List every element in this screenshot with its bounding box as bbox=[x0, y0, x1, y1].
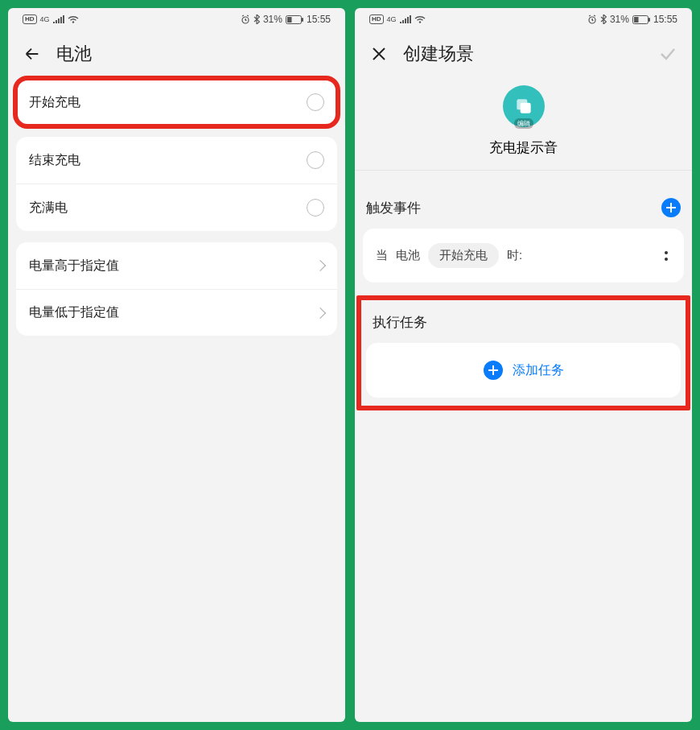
trigger-prefix: 当 bbox=[376, 248, 388, 263]
svg-rect-8 bbox=[634, 17, 639, 23]
svg-point-5 bbox=[418, 21, 420, 23]
net-icon: 4G bbox=[387, 15, 397, 23]
nav-row[interactable]: 电量低于指定值 bbox=[16, 289, 337, 336]
clock-time: 15:55 bbox=[653, 14, 677, 25]
signal-icon bbox=[53, 15, 64, 23]
svg-rect-11 bbox=[520, 103, 530, 113]
trigger-suffix: 时: bbox=[507, 248, 522, 263]
option-row[interactable]: 充满电 bbox=[16, 184, 337, 231]
confirm-icon[interactable] bbox=[658, 44, 677, 64]
nav-label: 电量低于指定值 bbox=[29, 304, 316, 321]
option-label: 结束充电 bbox=[29, 152, 307, 169]
battery-pct: 31% bbox=[610, 14, 629, 25]
radio-icon[interactable] bbox=[307, 93, 324, 111]
phone-left: HD 4G 31% 15:55 电池 开始充电 结束充电 bbox=[8, 8, 345, 722]
task-section-header: 执行任务 bbox=[361, 300, 686, 343]
scene-name[interactable]: 充电提示音 bbox=[355, 138, 692, 157]
trigger-row[interactable]: 当 电池 开始充电 时: bbox=[363, 229, 684, 283]
page-title: 创建场景 bbox=[403, 42, 474, 66]
nav-row[interactable]: 电量高于指定值 bbox=[16, 242, 337, 289]
radio-icon[interactable] bbox=[307, 151, 324, 169]
plus-icon bbox=[665, 202, 677, 213]
plus-icon bbox=[484, 361, 503, 380]
divider bbox=[355, 170, 692, 171]
alarm-icon bbox=[241, 14, 250, 24]
page-title: 电池 bbox=[56, 42, 92, 66]
edit-badge[interactable]: 编辑 bbox=[514, 118, 533, 129]
chevron-right-icon bbox=[315, 307, 326, 318]
phone-right: HD 4G 31% 15:55 创建场景 编辑 充电提示音 触发 bbox=[355, 8, 692, 722]
radio-icon[interactable] bbox=[307, 199, 324, 217]
svg-point-0 bbox=[72, 21, 73, 23]
close-icon[interactable] bbox=[369, 44, 389, 64]
battery-pct: 31% bbox=[263, 14, 282, 25]
signal-icon bbox=[400, 15, 411, 23]
task-section-highlight: 执行任务 添加任务 bbox=[356, 295, 690, 410]
wifi-icon bbox=[68, 15, 79, 23]
net-icon: 4G bbox=[40, 15, 50, 23]
hd-icon: HD bbox=[23, 14, 37, 24]
header-right: 创建场景 bbox=[355, 31, 692, 79]
svg-rect-3 bbox=[287, 17, 292, 23]
trigger-section-header: 触发事件 bbox=[355, 180, 692, 229]
more-icon[interactable] bbox=[665, 251, 671, 261]
svg-rect-4 bbox=[302, 18, 303, 22]
option-label: 开始充电 bbox=[29, 94, 307, 111]
add-task-label: 添加任务 bbox=[513, 362, 564, 379]
option-row[interactable]: 结束充电 bbox=[16, 137, 337, 184]
bluetooth-icon bbox=[600, 14, 607, 24]
clock-time: 15:55 bbox=[307, 14, 331, 25]
scene-avatar[interactable]: 编辑 bbox=[503, 85, 545, 127]
status-bar: HD 4G 31% 15:55 bbox=[8, 8, 345, 31]
chevron-right-icon bbox=[315, 260, 326, 271]
bluetooth-icon bbox=[253, 14, 260, 24]
trigger-subject: 电池 bbox=[396, 248, 420, 263]
header-left: 电池 bbox=[8, 31, 345, 79]
battery-icon bbox=[286, 15, 303, 24]
add-trigger-button[interactable] bbox=[661, 198, 681, 217]
back-icon[interactable] bbox=[23, 44, 42, 64]
add-task-button[interactable]: 添加任务 bbox=[366, 343, 681, 398]
copy-icon bbox=[513, 96, 534, 117]
option-label: 充满电 bbox=[29, 200, 307, 217]
battery-icon bbox=[632, 15, 650, 24]
section-label: 触发事件 bbox=[366, 199, 661, 217]
trigger-value-pill[interactable]: 开始充电 bbox=[428, 243, 499, 268]
wifi-icon bbox=[414, 15, 426, 23]
hd-icon: HD bbox=[369, 14, 384, 24]
alarm-icon bbox=[587, 14, 597, 24]
status-bar: HD 4G 31% 15:55 bbox=[355, 8, 692, 31]
option-row[interactable]: 开始充电 bbox=[16, 79, 337, 126]
section-label: 执行任务 bbox=[373, 313, 674, 332]
svg-rect-9 bbox=[649, 18, 650, 22]
nav-label: 电量高于指定值 bbox=[29, 258, 316, 274]
